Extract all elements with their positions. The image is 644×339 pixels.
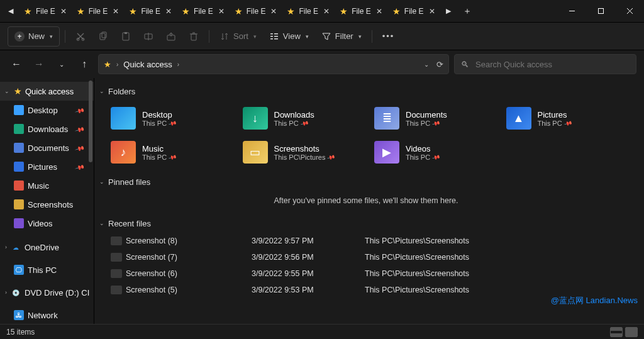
- sidebar-item[interactable]: Documents📌: [0, 138, 94, 157]
- command-bar: + New ▾ Sort ▾ View ▾ Filter ▾ •••: [0, 23, 644, 50]
- delete-button[interactable]: [184, 26, 204, 47]
- folder-name: Screenshots: [274, 144, 335, 153]
- sidebar-item[interactable]: Desktop📌: [0, 101, 94, 119]
- tab-scroll-right[interactable]: ▶: [441, 3, 455, 20]
- forward-button[interactable]: →: [30, 55, 48, 73]
- sidebar-item[interactable]: Downloads📌: [0, 119, 94, 138]
- folder-item[interactable]: ↓DownloadsThis PC 📌: [243, 103, 370, 133]
- sidebar-item[interactable]: Screenshots: [0, 195, 94, 214]
- tab[interactable]: ★File E✕: [73, 3, 123, 20]
- sidebar-item-quick-access[interactable]: ⌄ ★ Quick access: [0, 82, 94, 101]
- sidebar-item[interactable]: Music: [0, 176, 94, 195]
- file-name: Screenshot (6): [126, 269, 252, 278]
- close-icon[interactable]: ✕: [113, 7, 119, 16]
- view-toggles: [610, 327, 638, 337]
- star-icon: ★: [287, 7, 295, 16]
- search-input[interactable]: [474, 59, 630, 70]
- details-view-toggle[interactable]: [610, 327, 623, 337]
- folder-icon: ▶: [374, 141, 399, 164]
- close-icon[interactable]: ✕: [376, 7, 382, 16]
- close-button[interactable]: [615, 0, 644, 23]
- folder-subtitle: This PC 📌: [406, 153, 440, 161]
- tab[interactable]: ★File E✕: [20, 3, 70, 20]
- file-thumbnail: [111, 253, 122, 262]
- tab[interactable]: ★File E✕: [231, 3, 281, 20]
- tab[interactable]: ★File E✕: [389, 3, 439, 20]
- folder-item[interactable]: ≣DocumentsThis PC 📌: [374, 103, 501, 133]
- folder-subtitle: This PC 📌: [142, 153, 176, 161]
- copy-button[interactable]: [93, 26, 113, 47]
- close-icon[interactable]: ✕: [429, 7, 435, 16]
- sidebar-label: Desktop: [28, 106, 58, 115]
- recent-locations-button[interactable]: ⌄: [53, 55, 70, 73]
- sort-button[interactable]: Sort ▾: [214, 26, 262, 47]
- recent-file-row[interactable]: Screenshot (7)3/9/2022 9:56 PMThis PC\Pi…: [111, 249, 633, 265]
- sidebar-label: Screenshots: [28, 200, 73, 209]
- sidebar-item[interactable]: Pictures📌: [0, 157, 94, 176]
- separator: [372, 30, 372, 43]
- folder-name: Music: [142, 144, 176, 153]
- sidebar-item-network[interactable]: 🖧 Network: [0, 306, 94, 324]
- view-icon: [269, 31, 279, 42]
- close-icon[interactable]: ✕: [60, 7, 67, 16]
- new-tab-button[interactable]: ＋: [458, 3, 477, 20]
- close-icon[interactable]: ✕: [323, 7, 330, 16]
- folder-item[interactable]: ♪MusicThis PC 📌: [111, 137, 238, 167]
- folder-item[interactable]: DesktopThis PC 📌: [111, 103, 238, 133]
- sidebar-item-onedrive[interactable]: › ☁ OneDrive: [0, 238, 94, 257]
- address-dropdown[interactable]: ⌄: [424, 61, 429, 68]
- chevron-down-icon: ▾: [306, 33, 309, 40]
- chevron-down-icon: ⌄: [4, 88, 10, 94]
- scrollbar-thumb[interactable]: [89, 81, 92, 162]
- more-button[interactable]: •••: [377, 26, 400, 47]
- rename-button[interactable]: [138, 26, 158, 47]
- pin-icon: 📌: [300, 118, 309, 127]
- close-icon[interactable]: ✕: [270, 7, 277, 16]
- tab[interactable]: ★File E✕: [178, 3, 228, 20]
- address-bar[interactable]: ★ › Quick access › ⌄ ⟳: [98, 54, 449, 74]
- filter-button[interactable]: Filter ▾: [316, 26, 367, 47]
- chevron-down-icon: ⌄: [99, 179, 104, 185]
- sidebar-item-dvd[interactable]: › 💿 DVD Drive (D:) CI: [0, 283, 94, 302]
- tab[interactable]: ★File E✕: [283, 3, 333, 20]
- tab-scroll-left[interactable]: ◀: [4, 3, 18, 20]
- back-button[interactable]: ←: [8, 55, 25, 73]
- item-count: 15 items: [6, 328, 35, 336]
- section-folders[interactable]: ⌄ Folders: [99, 83, 633, 99]
- folder-item[interactable]: ▭ScreenshotsThis PC\Pictures 📌: [243, 137, 370, 167]
- minimize-button[interactable]: [557, 0, 586, 23]
- tab-label: File E: [404, 7, 424, 16]
- paste-button[interactable]: [116, 26, 136, 47]
- maximize-button[interactable]: [586, 0, 615, 23]
- tab[interactable]: ★File E✕: [336, 3, 386, 20]
- thumbnails-view-toggle[interactable]: [625, 327, 638, 337]
- section-pinned[interactable]: ⌄ Pinned files: [99, 174, 633, 190]
- recent-file-row[interactable]: Screenshot (6)3/9/2022 9:55 PMThis PC\Pi…: [111, 265, 633, 282]
- close-icon[interactable]: ✕: [165, 7, 172, 16]
- recent-file-row[interactable]: Screenshot (8)3/9/2022 9:57 PMThis PC\Pi…: [111, 233, 633, 249]
- chevron-right-icon: ›: [177, 61, 179, 68]
- tab[interactable]: ★File E✕: [125, 3, 175, 20]
- new-button[interactable]: + New ▾: [8, 26, 60, 47]
- refresh-button[interactable]: ⟳: [436, 60, 443, 69]
- sidebar-label: This PC: [28, 265, 57, 275]
- body: ⌄ ★ Quick access Desktop📌Downloads📌Docum…: [0, 78, 644, 324]
- file-name: Screenshot (5): [126, 286, 252, 294]
- folder-item[interactable]: ▶VideosThis PC 📌: [374, 137, 501, 167]
- sidebar-scrollbar[interactable]: [87, 81, 94, 269]
- svg-rect-6: [100, 33, 105, 40]
- folder-name: Downloads: [274, 110, 314, 119]
- sidebar-item-this-pc[interactable]: 🖵 This PC: [0, 260, 94, 279]
- view-button[interactable]: View ▾: [264, 26, 314, 47]
- up-button[interactable]: ↑: [75, 55, 93, 73]
- cut-button[interactable]: [70, 26, 91, 47]
- clipboard-icon: [121, 31, 131, 42]
- filter-label: Filter: [335, 31, 353, 41]
- section-recent[interactable]: ⌄ Recent files: [99, 215, 633, 231]
- folder-item[interactable]: ▲PicturesThis PC 📌: [506, 103, 633, 133]
- sidebar-item[interactable]: Videos: [0, 214, 94, 233]
- share-button[interactable]: [161, 26, 181, 47]
- file-path: This PC\Pictures\Screenshots: [365, 286, 633, 294]
- close-icon[interactable]: ✕: [218, 7, 225, 16]
- search-box[interactable]: 🔍︎: [454, 54, 636, 74]
